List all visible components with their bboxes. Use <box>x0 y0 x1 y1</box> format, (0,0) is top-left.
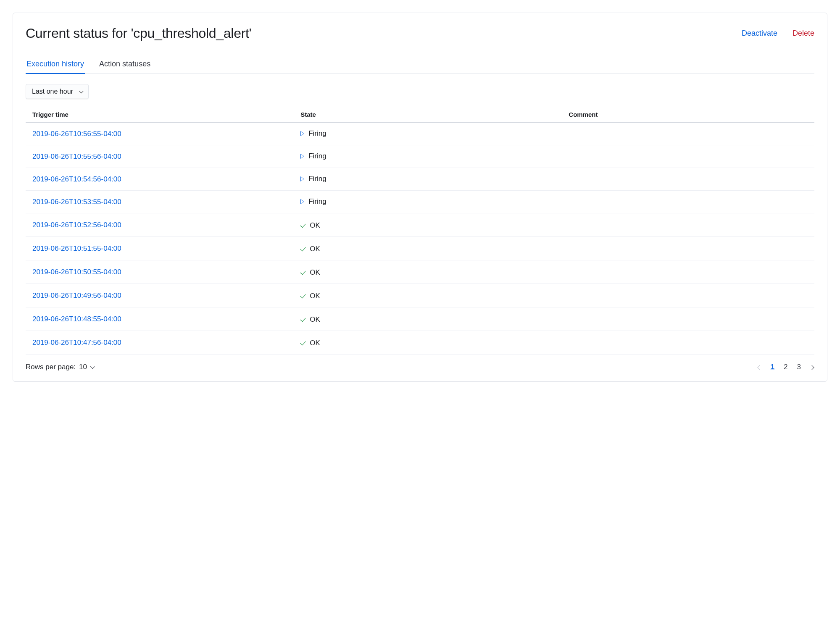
comment-cell <box>562 123 814 145</box>
check-icon <box>300 222 306 228</box>
trigger-time-link[interactable]: 2019-06-26T10:53:55-04:00 <box>32 198 121 206</box>
table-footer: Rows per page: 10 123 <box>26 363 814 371</box>
play-icon <box>300 176 304 181</box>
play-icon <box>300 131 304 136</box>
page-button-1[interactable]: 1 <box>770 363 775 371</box>
state-cell: OK <box>300 268 320 277</box>
table-row: 2019-06-26T10:56:55-04:00Firing <box>26 123 814 145</box>
tab-execution-history[interactable]: Execution history <box>26 55 85 74</box>
table-row: 2019-06-26T10:49:56-04:00OK <box>26 284 814 307</box>
rows-per-page-value: 10 <box>79 363 87 371</box>
time-range-select[interactable]: Last one hour <box>26 84 89 99</box>
table-row: 2019-06-26T10:50:55-04:00OK <box>26 260 814 284</box>
delete-button[interactable]: Delete <box>793 29 814 38</box>
deactivate-button[interactable]: Deactivate <box>742 29 777 38</box>
state-text: OK <box>310 221 320 230</box>
trigger-time-link[interactable]: 2019-06-26T10:51:55-04:00 <box>32 244 121 252</box>
state-cell: OK <box>300 315 320 324</box>
comment-cell <box>562 260 814 284</box>
comment-cell <box>562 191 814 213</box>
state-text: Firing <box>308 152 327 160</box>
trigger-time-link[interactable]: 2019-06-26T10:47:56-04:00 <box>32 339 121 347</box>
comment-cell <box>562 307 814 331</box>
trigger-time-link[interactable]: 2019-06-26T10:52:56-04:00 <box>32 221 121 229</box>
trigger-time-link[interactable]: 2019-06-26T10:50:55-04:00 <box>32 268 121 276</box>
check-icon <box>300 246 306 252</box>
status-panel: Current status for 'cpu_threshold_alert'… <box>13 13 827 382</box>
chevron-down-icon <box>79 89 84 93</box>
rows-per-page-label: Rows per page: <box>26 363 76 371</box>
table-row: 2019-06-26T10:54:56-04:00Firing <box>26 168 814 191</box>
comment-cell <box>562 145 814 168</box>
trigger-time-link[interactable]: 2019-06-26T10:49:56-04:00 <box>32 291 121 299</box>
chevron-left-icon <box>757 365 762 370</box>
state-text: Firing <box>308 197 327 206</box>
column-header-comment[interactable]: Comment <box>562 107 814 123</box>
execution-history-table: Trigger time State Comment 2019-06-26T10… <box>26 107 814 354</box>
state-text: OK <box>310 339 320 347</box>
comment-cell <box>562 213 814 237</box>
check-icon <box>300 269 306 275</box>
time-range-value: Last one hour <box>32 88 73 95</box>
table-row: 2019-06-26T10:53:55-04:00Firing <box>26 191 814 213</box>
play-icon <box>300 199 304 204</box>
column-header-trigger-time[interactable]: Trigger time <box>26 107 294 123</box>
state-cell: Firing <box>300 129 327 138</box>
trigger-time-link[interactable]: 2019-06-26T10:48:55-04:00 <box>32 315 121 323</box>
column-header-state[interactable]: State <box>294 107 562 123</box>
play-icon <box>300 154 304 159</box>
state-cell: OK <box>300 245 320 253</box>
page-title: Current status for 'cpu_threshold_alert' <box>26 26 251 41</box>
state-cell: OK <box>300 339 320 347</box>
trigger-time-link[interactable]: 2019-06-26T10:54:56-04:00 <box>32 175 121 183</box>
state-cell: OK <box>300 221 320 230</box>
state-cell: Firing <box>300 152 327 160</box>
filter-row: Last one hour <box>26 84 814 99</box>
state-cell: OK <box>300 292 320 300</box>
state-text: OK <box>310 292 320 300</box>
check-icon <box>300 316 306 322</box>
comment-cell <box>562 331 814 354</box>
page-button-3[interactable]: 3 <box>796 363 802 371</box>
trigger-time-link[interactable]: 2019-06-26T10:56:55-04:00 <box>32 130 121 138</box>
chevron-right-icon <box>809 365 814 370</box>
chevron-down-icon <box>90 364 95 369</box>
tab-action-statuses[interactable]: Action statuses <box>98 55 151 74</box>
table-row: 2019-06-26T10:51:55-04:00OK <box>26 237 814 260</box>
state-text: OK <box>310 245 320 253</box>
check-icon <box>300 340 306 346</box>
table-row: 2019-06-26T10:48:55-04:00OK <box>26 307 814 331</box>
state-text: Firing <box>308 129 327 138</box>
comment-cell <box>562 168 814 191</box>
comment-cell <box>562 237 814 260</box>
table-row: 2019-06-26T10:55:56-04:00Firing <box>26 145 814 168</box>
trigger-time-link[interactable]: 2019-06-26T10:55:56-04:00 <box>32 152 121 160</box>
next-page-button[interactable] <box>809 363 814 371</box>
header-actions: Deactivate Delete <box>742 29 814 38</box>
rows-per-page-select[interactable]: Rows per page: 10 <box>26 363 94 371</box>
state-text: OK <box>310 268 320 277</box>
check-icon <box>300 293 306 299</box>
state-text: OK <box>310 315 320 324</box>
state-cell: Firing <box>300 175 327 183</box>
comment-cell <box>562 284 814 307</box>
table-row: 2019-06-26T10:47:56-04:00OK <box>26 331 814 354</box>
state-text: Firing <box>308 175 327 183</box>
tabs: Execution historyAction statuses <box>26 55 814 74</box>
prev-page-button[interactable] <box>757 363 762 371</box>
state-cell: Firing <box>300 197 327 206</box>
page-button-2[interactable]: 2 <box>783 363 788 371</box>
header-row: Current status for 'cpu_threshold_alert'… <box>26 26 814 41</box>
pagination: 123 <box>757 363 814 371</box>
table-row: 2019-06-26T10:52:56-04:00OK <box>26 213 814 237</box>
